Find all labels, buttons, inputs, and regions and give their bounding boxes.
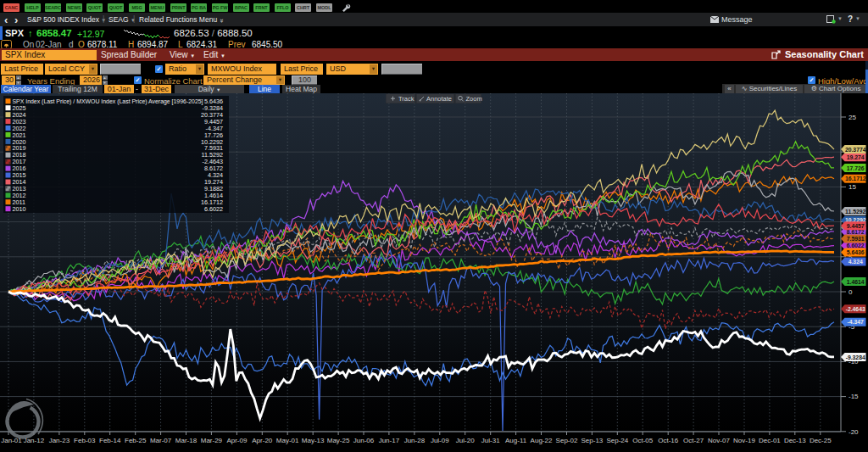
svg-text:1.4614: 1.4614	[847, 279, 865, 285]
svg-text:Dec-01: Dec-01	[759, 437, 781, 444]
svg-text:Track: Track	[398, 95, 415, 103]
svg-text:16.1712: 16.1712	[845, 176, 866, 181]
svg-text:Jun-28: Jun-28	[404, 437, 426, 444]
svg-text:Jun-06: Jun-06	[353, 437, 375, 444]
svg-text:Jul-09: Jul-09	[431, 437, 449, 444]
svg-text:Dec-25: Dec-25	[810, 437, 832, 444]
svg-text:0: 0	[849, 288, 853, 296]
svg-text:Sep-24: Sep-24	[606, 437, 628, 444]
svg-text:Oct-27: Oct-27	[683, 437, 704, 444]
svg-text:Jun-17: Jun-17	[379, 437, 400, 444]
svg-text:SPX Index (Last Price) / MXWOU: SPX Index (Last Price) / MXWOU Index (La…	[13, 98, 203, 105]
svg-text:Nov-07: Nov-07	[708, 437, 730, 444]
svg-text:Apr-09: Apr-09	[226, 437, 248, 444]
svg-text:5.6436: 5.6436	[847, 249, 865, 255]
svg-text:9.4457: 9.4457	[847, 223, 865, 229]
svg-text:6.6022: 6.6022	[204, 205, 223, 213]
svg-text:Zoom: Zoom	[466, 95, 482, 103]
svg-text:Jul-31: Jul-31	[481, 437, 500, 444]
svg-text:6.6022: 6.6022	[847, 243, 865, 248]
svg-text:19.274: 19.274	[847, 154, 865, 160]
svg-text:15: 15	[849, 183, 856, 191]
svg-text:4.324: 4.324	[849, 259, 863, 265]
svg-text:-2.4643: -2.4643	[846, 306, 865, 312]
svg-text:Sep-02: Sep-02	[556, 437, 578, 444]
svg-text:Oct-05: Oct-05	[632, 437, 654, 444]
svg-text:Nov-19: Nov-19	[733, 437, 755, 444]
svg-text:Jan-23: Jan-23	[49, 437, 70, 444]
svg-text:Jul-20: Jul-20	[456, 437, 475, 444]
svg-text:Feb-14: Feb-14	[99, 437, 121, 444]
svg-text:Mar-07: Mar-07	[150, 437, 172, 444]
svg-text:-20: -20	[849, 428, 859, 436]
svg-text:-15: -15	[849, 393, 859, 400]
svg-text:2010: 2010	[13, 205, 26, 213]
svg-text:Mar-18: Mar-18	[175, 437, 198, 444]
svg-text:Sep-13: Sep-13	[581, 437, 604, 444]
svg-text:May-13: May-13	[302, 437, 325, 444]
svg-text:May-25: May-25	[327, 437, 350, 444]
svg-text:Dec-13: Dec-13	[784, 437, 806, 444]
svg-text:May-01: May-01	[276, 437, 299, 444]
svg-text:Annotate: Annotate	[426, 95, 452, 103]
svg-text:Feb-03: Feb-03	[74, 437, 96, 444]
svg-text:20.3774: 20.3774	[845, 147, 866, 153]
svg-text:-4.347: -4.347	[848, 319, 864, 325]
svg-text:Feb-25: Feb-25	[125, 437, 147, 444]
svg-text:Aug-22: Aug-22	[531, 437, 553, 444]
svg-text:Oct-16: Oct-16	[658, 437, 679, 444]
svg-text:25: 25	[849, 114, 856, 121]
svg-text:17.726: 17.726	[847, 165, 865, 171]
svg-text:Apr-20: Apr-20	[252, 437, 273, 444]
svg-text:Mar-29: Mar-29	[201, 437, 223, 444]
svg-text:-9.3284: -9.3284	[846, 354, 865, 360]
svg-text:11.5292: 11.5292	[845, 209, 865, 215]
svg-text:7.5931: 7.5931	[847, 236, 865, 242]
svg-text:Aug-11: Aug-11	[505, 437, 527, 444]
